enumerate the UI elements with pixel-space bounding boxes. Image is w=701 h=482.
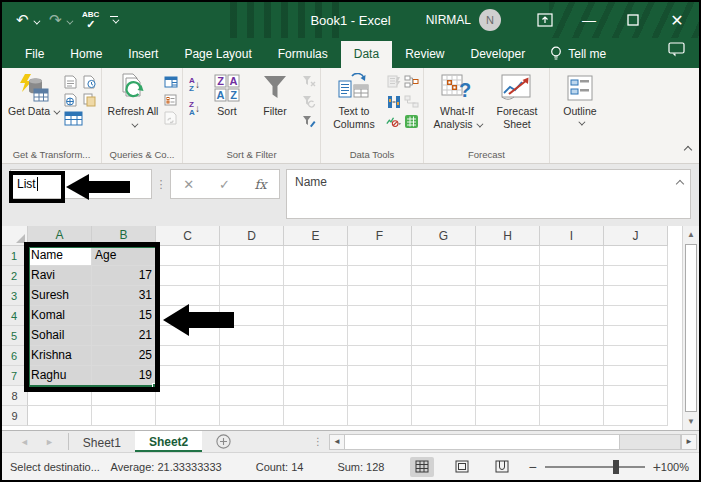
outline-button[interactable]: Outline (554, 71, 606, 126)
zoom-level[interactable]: 100% (661, 461, 699, 473)
user-name[interactable]: NIRMAL (426, 13, 471, 27)
zoom-out-button[interactable]: − (528, 459, 536, 475)
text-to-columns-button[interactable]: Text to Columns (325, 71, 383, 130)
cell-H4[interactable] (476, 306, 540, 326)
cell-H2[interactable] (476, 266, 540, 286)
cell-A1[interactable]: Name (28, 246, 92, 266)
cell-A8[interactable] (28, 386, 92, 406)
enter-icon[interactable]: ✓ (219, 177, 230, 192)
row-header-5[interactable]: 5 (2, 326, 28, 346)
column-header-d[interactable]: D (220, 226, 284, 246)
cell-I7[interactable] (540, 366, 604, 386)
status-count[interactable]: Count: 14 (256, 461, 304, 473)
cell-J5[interactable] (604, 326, 668, 346)
existing-connections-icon[interactable] (82, 92, 97, 107)
formula-bar[interactable]: Name (286, 169, 691, 219)
cell-A9[interactable] (28, 406, 92, 426)
cell-D8[interactable] (220, 386, 284, 406)
row-header-4[interactable]: 4 (2, 306, 28, 326)
cell-I9[interactable] (540, 406, 604, 426)
horizontal-scrollbar[interactable]: ◄ ► (329, 431, 699, 452)
cell-B9[interactable] (92, 406, 156, 426)
cell-B7[interactable]: 19 (92, 366, 156, 386)
cell-D6[interactable] (220, 346, 284, 366)
new-sheet-button[interactable] (202, 431, 245, 452)
ribbon-display-options-icon[interactable] (523, 2, 567, 38)
column-header-i[interactable]: I (540, 226, 604, 246)
cell-F3[interactable] (348, 286, 412, 306)
cell-E8[interactable] (284, 386, 348, 406)
cell-C6[interactable] (156, 346, 220, 366)
forecast-sheet-button[interactable]: Forecast Sheet (489, 71, 545, 130)
cell-I1[interactable] (540, 246, 604, 266)
cell-F8[interactable] (348, 386, 412, 406)
sheetbar-resize-handle[interactable]: ⋮ (313, 431, 329, 452)
cell-J6[interactable] (604, 346, 668, 366)
reapply-filter-icon[interactable] (301, 94, 316, 109)
name-box[interactable]: List (10, 169, 152, 199)
cell-J2[interactable] (604, 266, 668, 286)
from-text-icon[interactable] (63, 74, 78, 89)
row-header-6[interactable]: 6 (2, 346, 28, 366)
cell-G6[interactable] (412, 346, 476, 366)
cell-D4[interactable] (220, 306, 284, 326)
cell-E5[interactable] (284, 326, 348, 346)
cell-E7[interactable] (284, 366, 348, 386)
tab-file[interactable]: File (12, 41, 57, 68)
consolidate-icon[interactable] (404, 74, 419, 89)
sheet-tab-sheet1[interactable]: Sheet1 (69, 431, 135, 452)
cell-A7[interactable]: Raghu (28, 366, 92, 386)
cell-I8[interactable] (540, 386, 604, 406)
cell-C4[interactable] (156, 306, 220, 326)
what-if-analysis-button[interactable]: ? What-If Analysis (428, 71, 486, 130)
remove-duplicates-icon[interactable] (386, 94, 401, 109)
tell-me-box[interactable]: Tell me (538, 40, 618, 68)
column-header-j[interactable]: J (604, 226, 668, 246)
tab-data[interactable]: Data (341, 41, 392, 68)
column-header-a[interactable]: A (28, 226, 92, 246)
zoom-slider-thumb[interactable] (613, 460, 619, 474)
cell-G1[interactable] (412, 246, 476, 266)
scroll-down-icon[interactable]: ▼ (683, 413, 699, 430)
queries-connections-icon[interactable] (163, 74, 178, 89)
cell-G7[interactable] (412, 366, 476, 386)
edit-links-icon[interactable] (163, 110, 178, 125)
cell-G8[interactable] (412, 386, 476, 406)
cell-F7[interactable] (348, 366, 412, 386)
sort-az-icon[interactable]: AZ↓ (187, 77, 202, 92)
redo-button[interactable]: ↷ (49, 11, 71, 29)
from-web-icon[interactable] (63, 92, 78, 107)
vertical-scroll-thumb[interactable] (685, 244, 697, 412)
refresh-all-button[interactable]: Refresh All (106, 71, 160, 130)
cell-H8[interactable] (476, 386, 540, 406)
cell-B1[interactable]: Age (92, 246, 156, 266)
next-sheet-icon[interactable]: ► (45, 437, 54, 447)
cell-E6[interactable] (284, 346, 348, 366)
cell-F2[interactable] (348, 266, 412, 286)
cell-E9[interactable] (284, 406, 348, 426)
cell-J3[interactable] (604, 286, 668, 306)
cell-C8[interactable] (156, 386, 220, 406)
normal-view-icon[interactable] (410, 457, 434, 477)
status-average[interactable]: Average: 21.33333333 (111, 461, 222, 473)
cell-A5[interactable]: Sohail (28, 326, 92, 346)
cell-G5[interactable] (412, 326, 476, 346)
sort-za-icon[interactable]: ZA↓ (187, 101, 202, 116)
horizontal-scroll-thumb[interactable] (345, 435, 620, 449)
row-header-3[interactable]: 3 (2, 286, 28, 306)
row-header-8[interactable]: 8 (2, 386, 28, 406)
column-header-e[interactable]: E (284, 226, 348, 246)
cell-F4[interactable] (348, 306, 412, 326)
cell-H1[interactable] (476, 246, 540, 266)
column-header-b[interactable]: B (92, 226, 156, 246)
cell-I4[interactable] (540, 306, 604, 326)
cell-G4[interactable] (412, 306, 476, 326)
cell-B6[interactable]: 25 (92, 346, 156, 366)
tab-review[interactable]: Review (392, 41, 457, 68)
minimize-button[interactable]: — (567, 2, 611, 38)
page-break-view-icon[interactable] (490, 457, 514, 477)
cell-C1[interactable] (156, 246, 220, 266)
cell-D9[interactable] (220, 406, 284, 426)
cell-C3[interactable] (156, 286, 220, 306)
row-header-9[interactable]: 9 (2, 406, 28, 426)
